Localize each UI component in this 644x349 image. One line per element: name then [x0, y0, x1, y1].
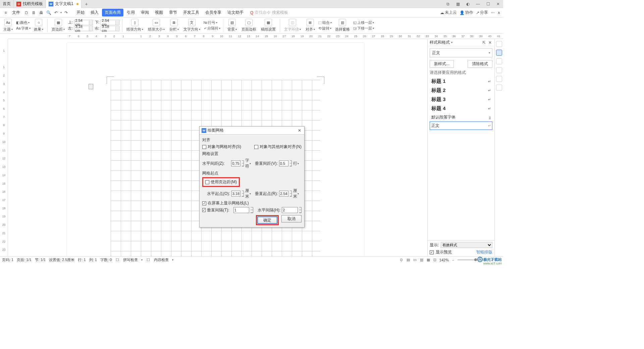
v-origin-input[interactable]: 2.54 — [279, 191, 288, 197]
spinner-icon[interactable] — [290, 191, 292, 197]
font-button[interactable]: Aa字体▾ — [16, 26, 31, 31]
breaks-button[interactable]: ⤶分隔符▾ — [204, 26, 220, 31]
focus-mode-icon[interactable]: ⊙ — [399, 258, 404, 262]
tab-templates[interactable]: D 找稻壳模板 — [14, 0, 46, 8]
effect-button[interactable]: ○效果▾ — [33, 19, 45, 32]
undo-dropdown[interactable]: ▾ — [60, 11, 62, 14]
text-direction-button[interactable]: 文文字方向▾ — [182, 19, 202, 32]
style-item-default-font[interactable]: 默认段落字体a — [430, 113, 492, 121]
mtab-view[interactable]: 视图 — [152, 9, 166, 16]
preview-icon[interactable]: 🔍 — [46, 10, 52, 16]
cloud-unsynced[interactable]: ☁未上云 — [440, 10, 457, 15]
new-style-button[interactable]: 新样式... — [430, 60, 454, 68]
show-select[interactable]: 有效样式 — [441, 242, 492, 248]
background-button[interactable]: ▧背景▾ — [226, 19, 238, 32]
spinner-icon[interactable] — [242, 191, 244, 197]
page-view-icon[interactable]: ▭ — [413, 258, 417, 262]
columns-button[interactable]: ≣分栏▾ — [168, 19, 180, 32]
fit-icon[interactable]: ⊡ — [433, 258, 437, 262]
spell-dropdown[interactable]: ▾ — [141, 258, 143, 261]
theme-button[interactable]: Aa主题▾ — [2, 19, 14, 32]
h-origin-input[interactable]: 3.18 — [231, 191, 241, 197]
selection-pane-button[interactable]: ▥选择窗格 — [334, 19, 351, 32]
file-menu[interactable]: 文件 — [10, 10, 22, 15]
style-item-h3[interactable]: 标题 3↵ — [430, 95, 492, 104]
share-button[interactable]: ↗分享 — [476, 10, 488, 15]
ok-button[interactable]: 确定 — [257, 216, 277, 224]
mtab-thesis[interactable]: 论文助手 — [225, 9, 246, 16]
ts-property-icon[interactable] — [496, 41, 502, 47]
snap-grid-checkbox[interactable] — [202, 145, 206, 149]
spinner-icon[interactable] — [251, 207, 253, 213]
horizontal-ruler[interactable]: 7654321123456789101112131415161718192021… — [8, 34, 503, 39]
outline-view-icon[interactable]: ▥ — [419, 258, 424, 262]
skin-icon[interactable]: ◐ — [463, 0, 473, 8]
mtab-reference[interactable]: 引用 — [124, 9, 138, 16]
use-margin-checkbox[interactable] — [205, 180, 209, 184]
ts-backup-icon[interactable] — [496, 85, 502, 91]
snap-other-checkbox[interactable] — [254, 145, 258, 149]
ts-limit-icon[interactable] — [496, 67, 502, 73]
manuscript-button[interactable]: ▦稿纸设置 — [260, 19, 277, 32]
vertical-ruler[interactable]: 11234567891011121314151617181920212223 — [0, 39, 8, 256]
maximize-button[interactable]: ☐ — [483, 0, 493, 8]
mtab-section[interactable]: 章节 — [166, 9, 180, 16]
clear-format-button[interactable]: 清除格式 — [468, 60, 492, 68]
read-view-icon[interactable]: ▤ — [406, 258, 411, 262]
spinner-icon[interactable] — [290, 160, 292, 166]
ts-style-icon[interactable] — [496, 50, 502, 56]
layout-icon[interactable]: ⧉ — [443, 0, 453, 8]
mtab-vip[interactable]: 会员专享 — [203, 9, 224, 16]
mtab-dev[interactable]: 开发工具 — [180, 9, 202, 16]
content-dropdown[interactable]: ▾ — [172, 258, 173, 261]
coauthor-button[interactable]: 👤协作 — [460, 10, 473, 15]
spell-toggle-icon[interactable]: ☐ — [115, 258, 120, 262]
menu-icon[interactable]: ≡ — [3, 10, 9, 16]
spinner-icon[interactable] — [242, 160, 244, 166]
line-number-button[interactable]: №行号▾ — [204, 20, 220, 25]
mtab-review[interactable]: 审阅 — [138, 9, 152, 16]
show-grid-checkbox[interactable] — [202, 201, 206, 205]
sb-page[interactable]: 页码: 1 — [2, 257, 13, 262]
document-canvas[interactable]: W 绘图网格 ✕ 对齐 对象与网格对齐(S) 对象与其他对象对齐(N) 网格设置… — [8, 39, 427, 256]
print-icon[interactable]: 🖶 — [38, 10, 44, 16]
color-button[interactable]: ◧颜色▾ — [16, 20, 31, 25]
show-preview-checkbox[interactable] — [430, 250, 434, 254]
dialog-close-button[interactable]: ✕ — [297, 128, 302, 133]
grid-icon[interactable]: ▦ — [453, 0, 463, 8]
zoom-out-icon[interactable]: − — [451, 258, 455, 262]
open-icon[interactable]: 🗎 — [31, 10, 37, 16]
v-interval-checkbox[interactable] — [202, 208, 206, 212]
smart-layout-link[interactable]: 智能排版 — [476, 249, 492, 255]
border-button[interactable]: ▢页面边框 — [240, 19, 258, 32]
style-item-h4[interactable]: 标题 4↵ — [430, 104, 492, 113]
ts-select-icon[interactable] — [496, 58, 502, 64]
mtab-start[interactable]: 开始 — [74, 9, 87, 16]
close-button[interactable]: ✕ — [493, 0, 503, 8]
style-item-h1[interactable]: 标题 1↵ — [430, 77, 492, 86]
redo-icon[interactable]: ↷ — [63, 10, 69, 16]
unit-dropdown[interactable]: ▾ — [250, 192, 251, 195]
sb-spell[interactable]: 拼写检查 — [123, 257, 138, 262]
h-spacing-input[interactable]: 0.75 — [231, 160, 240, 166]
collapse-ribbon-icon[interactable]: ∧ — [497, 10, 500, 15]
unit-dropdown[interactable]: ▾ — [298, 162, 299, 165]
page-margin-button[interactable]: ▦页边距▾ — [50, 19, 66, 32]
new-tab-button[interactable]: + — [82, 1, 92, 7]
right-margin-input[interactable]: 3.18 cm — [101, 26, 119, 31]
zoom-value[interactable]: 142% — [439, 258, 449, 262]
h-interval-input[interactable]: 2 — [282, 207, 298, 213]
undo-icon[interactable]: ↶ — [53, 10, 59, 16]
tab-home[interactable]: 首页 — [0, 0, 14, 8]
web-view-icon[interactable]: ▦ — [426, 258, 431, 262]
current-style-select[interactable]: 正文 ▾ — [430, 48, 492, 57]
paper-size-button[interactable]: ▭纸张大小▾ — [147, 19, 166, 32]
v-spacing-input[interactable]: 0.5 — [279, 160, 288, 166]
more-icon[interactable]: ⋯ — [491, 10, 495, 15]
pane-close-button[interactable]: ✕ — [488, 40, 492, 45]
unit-dropdown[interactable]: ▾ — [250, 162, 251, 165]
content-toggle-icon[interactable]: ☐ — [146, 258, 151, 262]
ts-map-icon[interactable] — [496, 76, 502, 82]
page-thumb-icon[interactable] — [89, 84, 93, 89]
align-button[interactable]: ⊞对齐▾ — [304, 19, 316, 32]
